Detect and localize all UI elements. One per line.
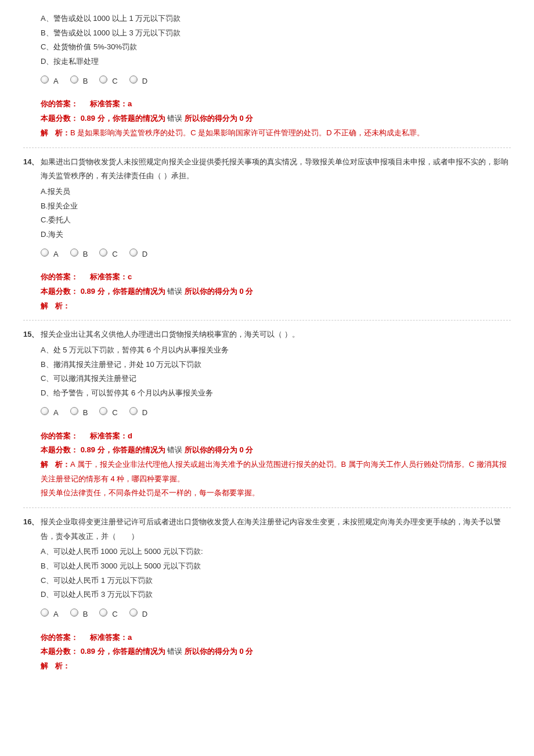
radio-label: B: [83, 74, 88, 89]
radio-row: ABCD: [41, 73, 511, 87]
radio-label: B: [83, 406, 88, 420]
answer-line: 你的答案：标准答案：c: [41, 270, 511, 285]
analysis-label2: 析：: [55, 661, 70, 670]
radio-row: ABCD: [41, 606, 511, 620]
std-answer-label: 标准答案：: [90, 272, 128, 281]
score-prefix: 本题分数：: [41, 647, 78, 656]
option: A、警告或处以 1000 以上 1 万元以下罚款: [41, 12, 511, 26]
answer-line: 你的答案：标准答案：d: [41, 429, 511, 444]
your-answer-label: 你的答案：: [41, 99, 78, 108]
radio-button[interactable]: [41, 609, 49, 617]
radio-button[interactable]: [129, 249, 138, 257]
radio-button[interactable]: [70, 407, 78, 415]
score-line: 本题分数： 0.89 分，你答题的情况为 错误 所以你的得分为 0 分: [41, 285, 511, 299]
radio-label: C: [112, 247, 117, 262]
radio-button[interactable]: [99, 249, 107, 257]
radio-label: D: [142, 247, 147, 262]
option: B.报关企业: [41, 199, 511, 214]
radio-button[interactable]: [41, 249, 49, 257]
analysis-body: A 属于，报关企业非法代理他人报关或超出海关准予的从业范围进行报关的处罚。B 属…: [41, 460, 507, 497]
got-score: 0: [239, 647, 243, 656]
radio-button[interactable]: [70, 75, 78, 84]
radio-button[interactable]: [41, 407, 49, 415]
radio-label: B: [83, 247, 88, 262]
status: 错误: [167, 445, 182, 454]
analysis-label: 解: [41, 301, 55, 310]
question-number: [23, 12, 41, 141]
got-score: 0: [239, 287, 243, 296]
got-score: 0: [239, 445, 243, 454]
question-body: A、警告或处以 1000 以上 1 万元以下罚款B、警告或处以 1000 以上 …: [41, 12, 511, 141]
radio-button[interactable]: [41, 75, 49, 84]
score-unit: 分，你答题的情况为: [95, 114, 165, 123]
analysis-line: 解析：A 属于，报关企业非法代理他人报关或超出海关准予的从业范围进行报关的处罚。…: [41, 458, 511, 501]
std-answer-label: 标准答案：: [90, 633, 128, 642]
analysis-label2: 析：: [55, 128, 70, 137]
radio-label: C: [112, 607, 117, 622]
analysis-label: 解: [41, 661, 55, 670]
option: C、处货物价值 5%-30%罚款: [41, 40, 511, 55]
question-number: 15、: [23, 327, 41, 501]
score-value: 0.89: [81, 445, 95, 454]
score-suffix: 所以你的得分为: [185, 647, 237, 656]
score-unit2: 分: [246, 647, 253, 656]
question-stem: 报关企业出让其名义供他人办理进出口货物报关纳税事宜的，海关可以（ ）。: [41, 327, 511, 342]
option: A、可以处人民币 1000 元以上 5000 元以下罚款:: [41, 545, 511, 559]
analysis-line: 解析：B 是如果影响海关监管秩序的处罚。C 是如果影响国家许可证件管理的处罚。D…: [41, 126, 511, 141]
radio-label: A: [53, 247, 59, 262]
radio-label: D: [142, 74, 147, 89]
option: D.海关: [41, 228, 511, 242]
option: C、可以撤消其报关注册登记: [41, 372, 511, 386]
std-answer-value: a: [128, 633, 132, 642]
status: 错误: [167, 287, 182, 296]
radio-button[interactable]: [129, 75, 138, 84]
option: B、警告或处以 1000 以上 3 万元以下罚款: [41, 26, 511, 41]
score-value: 0.89: [81, 647, 95, 656]
question-number: 14、: [23, 155, 41, 314]
std-answer-label: 标准答案：: [90, 431, 128, 440]
radio-button[interactable]: [70, 609, 78, 617]
radio-label: A: [53, 607, 59, 622]
radio-label: A: [53, 406, 59, 420]
score-prefix: 本题分数：: [41, 114, 78, 123]
score-unit2: 分: [246, 114, 253, 123]
radio-label: A: [53, 74, 59, 89]
score-suffix: 所以你的得分为: [185, 445, 237, 454]
question-block: A、警告或处以 1000 以上 1 万元以下罚款B、警告或处以 1000 以上 …: [23, 12, 511, 148]
radio-button[interactable]: [99, 75, 107, 84]
analysis-label2: 析：: [55, 301, 70, 310]
option: D、按走私罪处理: [41, 55, 511, 69]
radio-button[interactable]: [129, 407, 138, 415]
question-block: 14、如果进出口货物收发货人未按照规定向报关企业提供委托报关事项的真实情况，导致…: [23, 155, 511, 321]
option: C.委托人: [41, 213, 511, 228]
radio-row: ABCD: [41, 404, 511, 419]
analysis-label: 解: [41, 460, 55, 469]
answer-line: 你的答案：标准答案：a: [41, 97, 511, 111]
std-answer-label: 标准答案：: [90, 99, 128, 108]
analysis-label: 解: [41, 128, 55, 137]
option: C、可以处人民币 1 万元以下罚款: [41, 574, 511, 588]
question-number: 16、: [23, 515, 41, 674]
question-block: 15、报关企业出让其名义供他人办理进出口货物报关纳税事宜的，海关可以（ ）。A、…: [23, 327, 511, 508]
radio-button[interactable]: [99, 609, 107, 617]
std-answer-value: d: [128, 431, 132, 440]
status: 错误: [167, 647, 182, 656]
std-answer-value: a: [128, 99, 132, 108]
score-value: 0.89: [81, 287, 95, 296]
score-line: 本题分数： 0.89 分，你答题的情况为 错误 所以你的得分为 0 分: [41, 443, 511, 458]
analysis-line: 解析：: [41, 659, 511, 674]
score-value: 0.89: [81, 114, 95, 123]
got-score: 0: [239, 114, 243, 123]
option: B、撤消其报关注册登记，并处 10 万元以下罚款: [41, 358, 511, 372]
your-answer-label: 你的答案：: [41, 431, 78, 440]
radio-button[interactable]: [70, 249, 78, 257]
score-unit: 分，你答题的情况为: [95, 445, 165, 454]
radio-button[interactable]: [99, 407, 107, 415]
analysis-line: 解析：: [41, 299, 511, 314]
radio-label: D: [142, 406, 147, 420]
option: A.报关员: [41, 185, 511, 199]
radio-button[interactable]: [129, 609, 138, 617]
std-answer-value: c: [128, 272, 132, 281]
option: D、可以处人民币 3 万元以下罚款: [41, 588, 511, 602]
analysis-label2: 析：: [55, 460, 70, 469]
